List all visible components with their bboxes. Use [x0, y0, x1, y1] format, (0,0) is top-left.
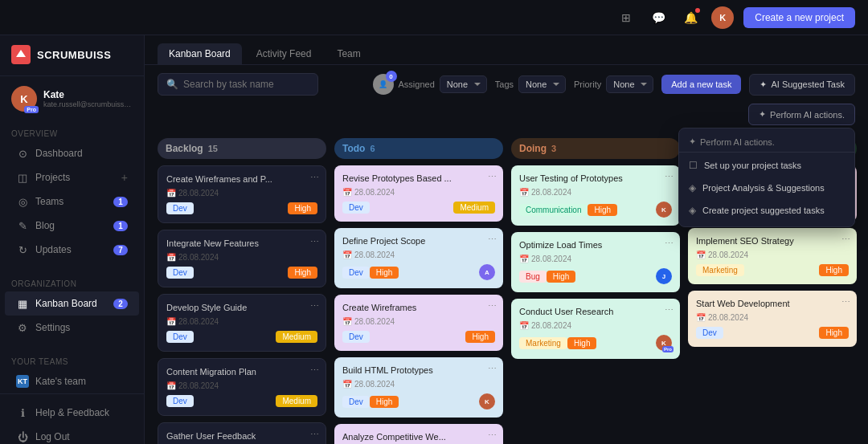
card[interactable]: ⋯ Start Web Development 📅 28.08.2024 Dev…: [688, 291, 857, 347]
ai-action-analysis[interactable]: ◈ Project Analysis & Suggestions: [679, 177, 854, 199]
add-project-icon[interactable]: +: [121, 171, 128, 184]
user-avatar-top[interactable]: K: [711, 6, 734, 29]
tags-select[interactable]: None: [518, 75, 566, 93]
priority-select[interactable]: None: [606, 75, 653, 93]
card-date: 📅 28.08.2024: [166, 189, 219, 198]
priority-badge: Medium: [453, 202, 495, 214]
card[interactable]: ⋯ Content Migration Plan 📅 28.08.2024 De…: [158, 358, 326, 416]
teams-badge: 1: [113, 197, 128, 207]
card-date: 📅 28.08.2024: [342, 188, 395, 197]
sidebar-user: K Pro Kate kate.russell@scrumbuiss.com: [0, 76, 144, 121]
search-input[interactable]: [183, 79, 309, 90]
card[interactable]: ⋯ Gather User Feedback 📅 28.08.2024: [158, 422, 326, 444]
card-footer: Marketing High KPro: [519, 335, 672, 351]
sidebar-item-kanban[interactable]: ▦ Kanban Board 2: [5, 291, 139, 316]
card[interactable]: ⋯ Develop Style Guide 📅 28.08.2024 Dev M…: [158, 294, 326, 352]
perform-ai-container: ✦ Perform AI actions. ✦ Perform AI actio…: [748, 104, 855, 125]
card[interactable]: ⋯ Revise Prototypes Based ... 📅 28.08.20…: [334, 165, 503, 222]
logo-icon: [11, 45, 31, 64]
sidebar-logo: SCRUMBUISS: [0, 45, 144, 76]
tag-dev: Dev: [342, 202, 370, 214]
sparkle-icon: ✦: [760, 79, 767, 90]
card[interactable]: ⋯ Implement SEO Strategy 📅 28.08.2024 Ma…: [688, 228, 857, 284]
card-date: 📅 28.08.2024: [519, 255, 571, 263]
search-box[interactable]: 🔍: [158, 73, 318, 96]
card[interactable]: ⋯ User Testing of Prototypes 📅 28.08.202…: [511, 165, 680, 226]
card-title: Build HTML Prototypes: [342, 365, 495, 375]
ai-suggested-button[interactable]: ✦ AI Suggested Task: [749, 74, 855, 96]
card-meta: 📅 28.08.2024: [696, 313, 849, 322]
more-icon: ⋯: [310, 301, 319, 312]
card[interactable]: ⋯ Integrate New Features 📅 28.08.2024 De…: [158, 230, 326, 287]
ai-dropdown: ✦ Perform AI actions. ☐ Set up your proj…: [678, 128, 855, 227]
card[interactable]: ⋯ Build HTML Prototypes 📅 28.08.2024 Dev…: [334, 357, 503, 418]
card[interactable]: ⋯ Create Wireframes and P... 📅 28.08.202…: [158, 165, 326, 223]
add-task-button[interactable]: Add a new task: [661, 75, 741, 94]
card-title: Start Web Development: [696, 299, 849, 308]
section-overview: Overview: [0, 121, 144, 141]
message-icon[interactable]: 💬: [647, 6, 669, 29]
perform-ai-button[interactable]: ✦ Perform AI actions.: [748, 104, 855, 125]
assigned-filter-group: 👤 0 Assigned None: [373, 74, 487, 95]
ai-dropdown-header: ✦ Perform AI actions.: [679, 133, 854, 153]
create-project-button[interactable]: Create a new project: [743, 7, 855, 28]
ai-action-label: Project Analysis & Suggestions: [702, 183, 825, 193]
ai-action-label: Set up your project tasks: [704, 161, 801, 170]
card-meta: 📅 28.08.2024: [342, 317, 495, 326]
sidebar-item-updates[interactable]: ↻ Updates 7: [5, 238, 139, 262]
tags-label: Tags: [495, 79, 514, 89]
column-doing: Doing 3 ⋯ User Testing of Prototypes 📅 2…: [511, 138, 680, 436]
card-date: 📅 28.08.2024: [166, 253, 219, 262]
card[interactable]: ⋯ Conduct User Research 📅 28.08.2024 Mar…: [511, 299, 680, 359]
tab-activity[interactable]: Activity Feed: [245, 43, 323, 64]
sidebar-item-help[interactable]: ℹ Help & Feedback: [5, 401, 139, 425]
card-date: 📅 28.08.2024: [166, 317, 219, 326]
card-title: User Testing of Prototypes: [519, 173, 672, 183]
sidebar-item-teams[interactable]: ◎ Teams 1: [5, 189, 139, 214]
notification-icon[interactable]: 🔔: [679, 6, 702, 29]
priority-badge: High: [288, 202, 317, 214]
more-icon: ⋯: [310, 173, 319, 183]
card-title: Analyze Competitive We...: [342, 432, 495, 442]
tab-team[interactable]: Team: [326, 43, 371, 64]
kanban-icon: ▦: [16, 297, 29, 310]
card[interactable]: ⋯ Analyze Competitive We... 📅 28.08.2024: [334, 424, 503, 444]
assigned-select[interactable]: None: [440, 75, 487, 93]
column-count: 3: [551, 144, 556, 153]
sidebar-item-kates-team[interactable]: KT Kate's team: [5, 369, 139, 393]
card[interactable]: ⋯ Define Project Scope 📅 28.08.2024 Dev …: [334, 228, 503, 288]
card-avatar: K: [479, 393, 495, 409]
grid-icon[interactable]: ⊞: [615, 6, 637, 29]
tag-dev: Dev: [166, 267, 194, 279]
card[interactable]: ⋯ Create Wireframes 📅 28.08.2024 Dev Hig…: [334, 295, 503, 351]
card-footer: Dev High: [696, 327, 849, 339]
ai-action-create-tasks[interactable]: ◈ Create project suggested tasks: [679, 199, 854, 222]
card-footer: Communication High K: [519, 202, 672, 218]
sidebar-item-label: Updates: [35, 244, 107, 255]
sidebar-item-blog[interactable]: ✎ Blog 1: [5, 214, 139, 238]
card-date: 📅 28.08.2024: [342, 380, 395, 389]
card[interactable]: ⋯ Optimize Load Times 📅 28.08.2024 Bug H…: [511, 232, 680, 292]
priority-badge: High: [288, 267, 317, 279]
card-footer: Dev High: [166, 202, 317, 214]
card-title: Conduct User Research: [519, 307, 672, 316]
card-meta: 📅 28.08.2024: [342, 188, 495, 197]
checkbox-icon: ☐: [689, 160, 698, 171]
card-meta: 📅 28.08.2024: [519, 188, 672, 197]
sidebar-item-settings[interactable]: ⚙ Settings: [5, 316, 139, 340]
section-organization: Organization: [0, 271, 144, 291]
ai-action-setup[interactable]: ☐ Set up your project tasks: [679, 154, 854, 177]
settings-icon: ⚙: [16, 321, 29, 334]
column-header-todo: Todo 6: [334, 138, 503, 159]
sidebar-item-dashboard[interactable]: ⊙ Dashboard: [5, 141, 139, 165]
card-meta: 📅 28.08.2024: [519, 321, 672, 330]
sidebar-item-logout[interactable]: ⏻ Log Out: [5, 425, 139, 444]
updates-badge: 7: [113, 245, 128, 255]
sidebar-item-label: Kanban Board: [35, 298, 107, 309]
sidebar-item-projects[interactable]: ◫ Projects +: [5, 165, 139, 189]
tab-kanban[interactable]: Kanban Board: [158, 43, 242, 64]
section-teams: Your Teams: [0, 349, 144, 369]
card-date: 📅 28.08.2024: [696, 313, 748, 322]
kanban-badge: 2: [113, 299, 128, 309]
help-icon: ℹ: [16, 406, 29, 419]
